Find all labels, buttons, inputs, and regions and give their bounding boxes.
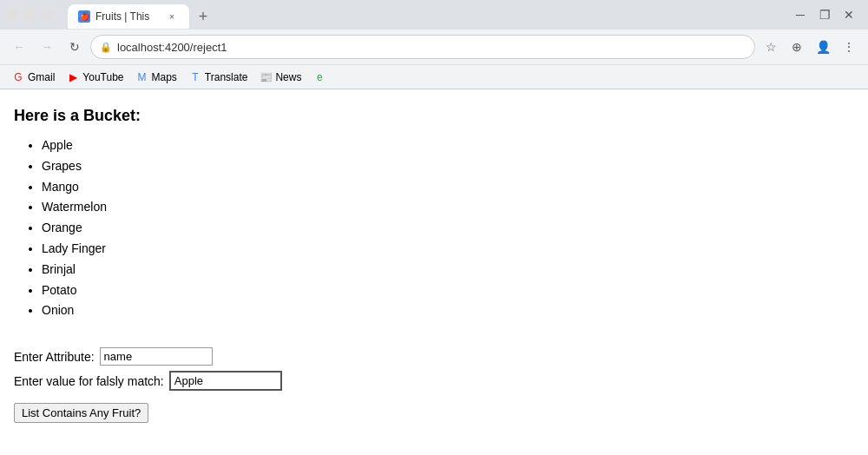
bookmark-news-label: News — [275, 71, 301, 83]
bookmark-maps-label: Maps — [152, 71, 177, 83]
profile-button[interactable]: 👤 — [811, 35, 835, 59]
forward-button[interactable]: → — [35, 35, 59, 59]
list-item: Apple — [42, 135, 854, 156]
list-item: Potato — [42, 280, 854, 301]
new-tab-button[interactable]: + — [191, 4, 215, 29]
bookmark-youtube-label: YouTube — [82, 71, 123, 83]
bookmark-youtube[interactable]: ▶ YouTube — [62, 69, 128, 85]
list-item: Brinjal — [42, 260, 854, 280]
tab-close-button[interactable]: × — [165, 10, 179, 23]
maps-icon: M — [136, 71, 148, 83]
window-controls — [7, 9, 54, 21]
browser-chrome: 🍎 Fruits | This × + ─ ❐ ✕ ← → ↻ 🔒 localh… — [0, 0, 868, 89]
window-restore-btn[interactable]: ❐ — [812, 3, 837, 27]
translate-icon: T — [189, 71, 201, 83]
attribute-input[interactable] — [100, 347, 213, 366]
list-item: Mango — [42, 177, 854, 198]
reload-button[interactable]: ↻ — [62, 35, 87, 59]
active-tab[interactable]: 🍎 Fruits | This × — [68, 4, 189, 29]
list-contains-button[interactable]: List Contains Any Fruit? — [14, 403, 148, 423]
back-button[interactable]: ← — [7, 35, 31, 59]
address-bar[interactable]: 🔒 localhost:4200/reject1 — [90, 35, 755, 59]
extensions-button[interactable]: ⊕ — [785, 35, 809, 59]
bookmark-e[interactable]: e — [308, 69, 331, 85]
bookmark-page-button[interactable]: ☆ — [759, 35, 783, 59]
tabs-bar: 🍎 Fruits | This × + — [61, 1, 222, 29]
bookmark-translate[interactable]: T Translate — [184, 69, 253, 85]
news-icon: 📰 — [260, 71, 272, 83]
gmail-icon: G — [12, 71, 24, 83]
bookmark-gmail[interactable]: G Gmail — [7, 69, 60, 85]
title-bar: 🍎 Fruits | This × + ─ ❐ ✕ — [0, 0, 868, 30]
menu-button[interactable]: ⋮ — [837, 35, 861, 59]
url-text: localhost:4200/reject1 — [117, 41, 746, 54]
window-minimize-btn[interactable]: ─ — [788, 3, 812, 27]
bucket-list: Apple Grapes Mango Watermelon Orange Lad… — [14, 135, 854, 321]
list-item: Orange — [42, 218, 854, 239]
bookmark-maps[interactable]: M Maps — [131, 69, 182, 85]
window-minimize-button[interactable] — [24, 9, 36, 21]
bookmark-news[interactable]: 📰 News — [254, 69, 306, 85]
form-section: Enter Attribute: Enter value for falsly … — [14, 347, 854, 391]
bookmark-translate-label: Translate — [205, 71, 248, 83]
window-maximize-button[interactable] — [42, 9, 54, 21]
attribute-row: Enter Attribute: — [14, 347, 854, 366]
page-content: Here is a Bucket: Apple Grapes Mango Wat… — [0, 89, 868, 440]
value-row: Enter value for falsly match: — [14, 371, 854, 391]
youtube-icon: ▶ — [67, 71, 79, 83]
list-item: Grapes — [42, 156, 854, 177]
security-icon: 🔒 — [100, 42, 112, 53]
tab-favicon: 🍎 — [78, 10, 90, 23]
window-close-btn[interactable]: ✕ — [837, 3, 861, 27]
attribute-label: Enter Attribute: — [14, 350, 95, 364]
list-item: Watermelon — [42, 197, 854, 218]
value-input[interactable] — [169, 371, 282, 391]
list-item: Lady Finger — [42, 239, 854, 260]
navigation-bar: ← → ↻ 🔒 localhost:4200/reject1 ☆ ⊕ 👤 ⋮ — [0, 30, 868, 64]
list-item: Onion — [42, 300, 854, 321]
value-label: Enter value for falsly match: — [14, 374, 164, 388]
nav-actions: ☆ ⊕ 👤 ⋮ — [759, 35, 861, 59]
bookmark-gmail-label: Gmail — [28, 71, 55, 83]
tab-title: Fruits | This — [95, 10, 160, 23]
page-heading: Here is a Bucket: — [14, 107, 854, 125]
bookmarks-bar: G Gmail ▶ YouTube M Maps T Translate 📰 N… — [0, 64, 868, 89]
window-close-button[interactable] — [7, 9, 19, 21]
e-icon: e — [313, 71, 326, 83]
